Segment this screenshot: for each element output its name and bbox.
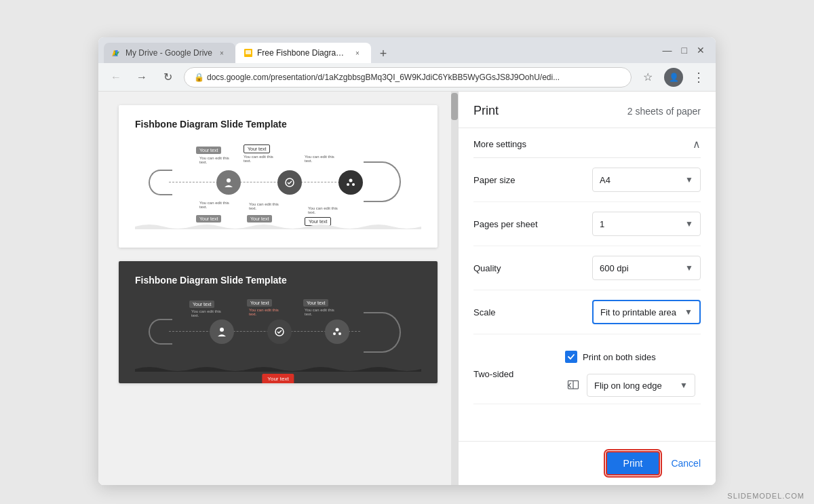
new-tab-button[interactable]: + xyxy=(374,44,393,63)
slide-scroll-area[interactable]: Fishbone Diagram Slide Template xyxy=(98,92,458,485)
dark-node-2 xyxy=(267,319,292,344)
checkmark-icon xyxy=(567,353,575,361)
svg-point-15 xyxy=(352,183,355,186)
scale-row: Scale Fit to printable area ▼ xyxy=(473,290,701,334)
pages-per-sheet-label: Pages per sheet xyxy=(473,219,538,229)
tab-slides[interactable]: Free Fishbone Diagram Slide Tem... × xyxy=(235,43,371,63)
two-sided-row: Two-sided Print on both sides xyxy=(473,334,701,404)
dark-text-1: Your text xyxy=(189,301,214,308)
slide1-title: Fishbone Diagram Slide Template xyxy=(135,119,421,130)
address-bar: ← → ↻ 🔒 docs.google.com/presentation/d/1… xyxy=(98,63,716,92)
flip-dropdown-row: Flip on long edge ▼ xyxy=(565,374,695,397)
svg-point-20 xyxy=(338,332,341,335)
paper-size-arrow-icon: ▼ xyxy=(685,175,693,185)
slides-tab-close[interactable]: × xyxy=(352,47,363,58)
paper-size-row: Paper size A4 ▼ xyxy=(473,158,701,202)
paper-size-label: Paper size xyxy=(473,175,515,185)
more-settings-label: More settings xyxy=(473,139,526,149)
text-label-1: Your text xyxy=(196,147,221,154)
print-button[interactable]: Print xyxy=(606,451,661,476)
quality-label: Quality xyxy=(473,263,501,273)
print-footer: Print Cancel xyxy=(459,441,716,485)
flip-edge-value: Flip on long edge xyxy=(594,381,662,391)
svg-rect-10 xyxy=(246,50,251,54)
edit-text-4: You can edit thistext. xyxy=(199,201,229,209)
print-header: Print 2 sheets of paper xyxy=(459,92,716,128)
svg-point-19 xyxy=(333,332,336,335)
slides-panel: Fishbone Diagram Slide Template xyxy=(98,92,458,485)
svg-point-18 xyxy=(336,328,339,332)
print-both-sides-label: Print on both sides xyxy=(583,352,656,362)
dark-node-1 xyxy=(210,319,234,344)
sheets-info: 2 sheets of paper xyxy=(627,106,701,117)
flip-page-icon xyxy=(565,377,581,393)
flip-edge-arrow-icon: ▼ xyxy=(680,381,688,390)
red-text-box: Your text xyxy=(262,374,294,383)
back-button[interactable]: ← xyxy=(106,68,125,87)
slides-favicon-icon xyxy=(244,48,253,58)
scale-arrow-icon: ▼ xyxy=(684,307,693,317)
browser-window: My Drive - Google Drive × Free Fishbone … xyxy=(98,37,716,485)
edit-text-1: You can edit thistext. xyxy=(199,156,229,164)
menu-button[interactable]: ⋮ xyxy=(690,67,708,88)
svg-point-13 xyxy=(349,179,353,182)
maximize-icon[interactable]: □ xyxy=(682,45,687,56)
quality-arrow-icon: ▼ xyxy=(685,263,693,273)
more-settings-header[interactable]: More settings ∧ xyxy=(473,128,701,158)
edit-text-5: You can edit thistext. xyxy=(249,202,279,210)
pages-per-sheet-arrow-icon: ▼ xyxy=(685,219,693,229)
print-panel: Print 2 sheets of paper More settings ∧ … xyxy=(458,92,716,485)
dark-text-2: Your text xyxy=(247,299,272,307)
pages-per-sheet-dropdown[interactable]: 1 ▼ xyxy=(592,212,701,236)
two-sided-label: Two-sided xyxy=(473,369,513,379)
refresh-button[interactable]: ↻ xyxy=(158,68,177,87)
svg-point-14 xyxy=(347,183,349,186)
diagram-area-2: Your text Your text Your text You can ed… xyxy=(135,294,421,375)
print-settings-scroll[interactable]: More settings ∧ Paper size A4 ▼ Pages pe… xyxy=(459,128,716,441)
flip-edge-dropdown[interactable]: Flip on long edge ▼ xyxy=(587,374,695,397)
slide-card-1: Fishbone Diagram Slide Template xyxy=(119,105,438,248)
edit-text-6: You can edit thistext. xyxy=(308,206,338,214)
paper-size-dropdown[interactable]: A4 ▼ xyxy=(592,168,701,192)
pages-per-sheet-row: Pages per sheet 1 ▼ xyxy=(473,202,701,246)
drive-favicon-icon xyxy=(112,48,121,58)
dark-edit-3: You can edit thistext. xyxy=(305,308,334,316)
slide2-title: Fishbone Diagram Slide Template xyxy=(135,275,421,286)
watermark: SLIDEMODEL.COM xyxy=(727,492,805,500)
main-content: Fishbone Diagram Slide Template xyxy=(98,92,716,485)
quality-dropdown[interactable]: 600 dpi ▼ xyxy=(592,256,701,280)
slide-inner-2: Fishbone Diagram Slide Template xyxy=(119,261,438,383)
print-title: Print xyxy=(473,104,499,118)
slides-scrollbar[interactable] xyxy=(451,92,458,485)
dark-edit-2: You can edit thistext. xyxy=(249,308,279,316)
edit-text-3: You can edit thistext. xyxy=(305,155,334,163)
scroll-thumb[interactable] xyxy=(451,93,458,120)
drive-tab-close[interactable]: × xyxy=(216,47,227,58)
forward-button[interactable]: → xyxy=(132,68,151,87)
checkbox-icon[interactable] xyxy=(565,351,577,363)
title-bar: My Drive - Google Drive × Free Fishbone … xyxy=(98,37,716,63)
cancel-button[interactable]: Cancel xyxy=(671,458,701,469)
paper-size-value: A4 xyxy=(600,175,610,185)
collapse-icon[interactable]: ∧ xyxy=(693,138,701,151)
two-sided-setting: Two-sided Print on both sides xyxy=(473,341,701,400)
drive-tab-title: My Drive - Google Drive xyxy=(125,48,212,58)
scale-dropdown[interactable]: Fit to printable area ▼ xyxy=(592,300,701,324)
dark-node-3 xyxy=(325,319,349,344)
two-sided-right: Print on both sides xyxy=(565,351,701,397)
slides-tab-title: Free Fishbone Diagram Slide Tem... xyxy=(257,48,348,58)
address-text: docs.google.com/presentation/d/1aKzgbbsg… xyxy=(207,73,560,82)
diagram-area-1: Your text Your text You can edit thistex… xyxy=(135,138,421,233)
address-input[interactable]: 🔒 docs.google.com/presentation/d/1aKzgbb… xyxy=(184,67,632,88)
pages-per-sheet-value: 1 xyxy=(600,219,604,229)
tab-drive[interactable]: My Drive - Google Drive × xyxy=(104,43,235,63)
dark-edit-1: You can edit thistext. xyxy=(191,309,221,317)
node-2 xyxy=(277,170,302,195)
profile-button[interactable]: 👤 xyxy=(664,68,683,87)
print-both-sides-check[interactable]: Print on both sides xyxy=(565,351,656,363)
bookmark-icon[interactable]: ☆ xyxy=(638,68,657,87)
scale-value: Fit to printable area xyxy=(600,307,676,317)
minimize-icon[interactable]: — xyxy=(663,45,672,56)
node-1 xyxy=(216,170,241,195)
close-icon[interactable]: ✕ xyxy=(697,45,705,56)
